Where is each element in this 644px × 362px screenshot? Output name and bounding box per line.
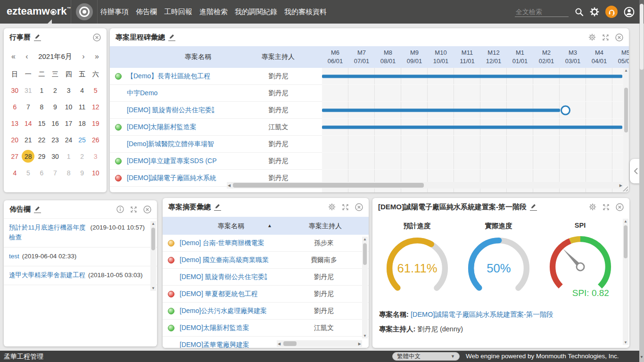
summary-horizontal-scrollbar[interactable]: ◀ ▶: [277, 340, 362, 347]
calendar-day[interactable]: 22: [35, 132, 49, 148]
next-year-button[interactable]: »: [95, 52, 99, 61]
expand-icon[interactable]: [602, 34, 609, 41]
edit-title-icon[interactable]: [214, 204, 221, 211]
project-link[interactable]: [DEMO] 凱旋青樹公共住宅委訁: [180, 273, 289, 281]
page-vertical-scrollbar[interactable]: ▼: [639, 0, 644, 362]
calendar-day[interactable]: 31: [22, 82, 35, 99]
project-link[interactable]: [DEMO]太陽新村監造案: [180, 324, 289, 332]
scrollbar-thumb[interactable]: [624, 88, 628, 132]
calendar-day[interactable]: 10: [62, 99, 75, 115]
app-logo[interactable]: ezteamwrk™: [7, 5, 71, 17]
settings-gear-icon[interactable]: [590, 7, 599, 16]
calendar-day[interactable]: 14: [22, 115, 35, 132]
scrollbar-thumb[interactable]: [151, 228, 155, 250]
edit-title-icon[interactable]: [168, 34, 175, 41]
calendar-day[interactable]: 16: [49, 115, 62, 132]
milestone-marker[interactable]: [561, 105, 570, 115]
calendar-day[interactable]: 7: [49, 165, 62, 181]
close-icon[interactable]: [616, 203, 624, 211]
calendar-day[interactable]: 8: [35, 99, 49, 115]
expand-icon[interactable]: [130, 206, 137, 213]
calendar-day[interactable]: 5: [22, 165, 35, 181]
close-icon[interactable]: [355, 203, 363, 211]
close-icon[interactable]: [143, 206, 151, 214]
menu-item-4[interactable]: 我的調閱紀錄: [235, 8, 277, 16]
calendar-day[interactable]: 28: [22, 148, 35, 165]
menu-item-3[interactable]: 進階檢索: [199, 8, 228, 16]
sort-ascending-icon[interactable]: ▲: [267, 223, 272, 228]
gantt-bar[interactable]: [322, 108, 560, 112]
gantt-bar[interactable]: [322, 74, 622, 78]
calendar-day[interactable]: 9: [49, 99, 62, 115]
scrollbar-thumb[interactable]: [624, 225, 627, 258]
resize-handle[interactable]: [623, 186, 628, 191]
project-link[interactable]: [DEMO] 凱旋青樹公共住宅委訁: [127, 106, 242, 115]
project-link[interactable]: [Demo] 台南-世華商辦機電案: [180, 239, 289, 247]
gear-icon[interactable]: [328, 203, 336, 211]
calendar-day[interactable]: 27: [8, 148, 22, 165]
gear-icon[interactable]: [589, 203, 596, 211]
edit-title-icon[interactable]: [34, 34, 41, 41]
calendar-day[interactable]: 1: [62, 148, 75, 165]
calendar-day[interactable]: 30: [8, 82, 22, 99]
menu-item-2[interactable]: 工時回報: [164, 8, 192, 16]
calendar-day[interactable]: 19: [89, 115, 102, 132]
menu-item-5[interactable]: 我的審核資料: [284, 8, 327, 16]
scroll-up-icon[interactable]: ▲: [150, 222, 156, 226]
prev-month-button[interactable]: ‹: [25, 52, 28, 61]
calendar-day[interactable]: 11: [75, 99, 89, 115]
calendar-day[interactable]: 3: [62, 82, 75, 99]
search-input[interactable]: [515, 7, 569, 17]
menu-item-1[interactable]: 佈告欄: [136, 8, 157, 16]
project-link[interactable]: [DEMO]誠陽電子廠區純水系統: [127, 174, 242, 182]
scroll-up-icon[interactable]: ▲: [623, 219, 628, 223]
gantt-horizontal-scrollbar[interactable]: ◀ ▶: [227, 182, 623, 189]
scroll-up-icon[interactable]: ▲: [623, 68, 629, 73]
gauge-vertical-scrollbar[interactable]: ▲ ▼: [623, 219, 628, 345]
column-header-owner[interactable]: 專案主持人: [231, 53, 325, 61]
bulletin-link[interactable]: 逢甲大學精采學舍新建工程: [9, 271, 85, 280]
support-headset-icon[interactable]: [605, 6, 618, 18]
project-link[interactable]: [Demo]新城醫院立體停車場智: [127, 140, 242, 148]
calendar-day[interactable]: 1: [35, 82, 49, 99]
scrollbar-thumb[interactable]: [363, 243, 367, 265]
scrollbar-thumb[interactable]: [283, 341, 297, 346]
project-link[interactable]: [Demo]公共污水處理廠興建案: [180, 307, 289, 315]
edit-title-icon[interactable]: [34, 206, 41, 213]
calendar-day[interactable]: 26: [89, 132, 102, 148]
expand-icon[interactable]: [603, 204, 610, 211]
eye-button[interactable]: [71, 0, 98, 24]
scroll-right-icon[interactable]: ▶: [358, 342, 361, 346]
bulletin-vertical-scrollbar[interactable]: ▲ ▼: [150, 221, 156, 291]
scroll-right-icon[interactable]: ▶: [619, 183, 622, 188]
scrollbar-thumb[interactable]: [233, 183, 424, 188]
gantt-vertical-scrollbar[interactable]: ▲: [623, 68, 629, 186]
calendar-day[interactable]: 24: [62, 132, 75, 148]
project-link[interactable]: [DEMO]太陽新村監造案: [127, 123, 242, 132]
calendar-day[interactable]: 8: [62, 165, 75, 181]
calendar-day[interactable]: 20: [8, 132, 22, 148]
user-profile-icon[interactable]: [624, 7, 635, 17]
scroll-down-icon[interactable]: ▼: [639, 355, 644, 359]
search-icon[interactable]: [575, 8, 584, 16]
calendar-day[interactable]: 4: [75, 82, 89, 99]
bulletin-link[interactable]: test: [9, 252, 19, 262]
calendar-day[interactable]: 23: [49, 132, 62, 148]
calendar-day[interactable]: 30: [49, 148, 62, 165]
bulletin-link[interactable]: 預計於11月底進行機器年度檢查: [9, 223, 87, 243]
menu-item-0[interactable]: 待辦事項: [100, 8, 129, 16]
gantt-bar[interactable]: [322, 125, 622, 129]
project-link[interactable]: 【Demo】長青社區統包工程: [127, 72, 242, 81]
next-month-button[interactable]: ›: [82, 52, 84, 61]
calendar-day[interactable]: 13: [8, 115, 22, 132]
calendar-day[interactable]: 18: [75, 115, 89, 132]
scroll-down-icon[interactable]: ▼: [623, 340, 628, 345]
calendar-day[interactable]: 7: [22, 99, 35, 115]
scroll-down-icon[interactable]: ▼: [150, 286, 156, 290]
calendar-day[interactable]: 6: [35, 165, 49, 181]
calendar-day[interactable]: 10: [89, 165, 102, 181]
calendar-day[interactable]: 29: [35, 148, 49, 165]
column-header-name[interactable]: 專案名稱: [184, 222, 278, 230]
prev-year-button[interactable]: «: [11, 52, 16, 61]
calendar-day[interactable]: 3: [89, 148, 102, 165]
